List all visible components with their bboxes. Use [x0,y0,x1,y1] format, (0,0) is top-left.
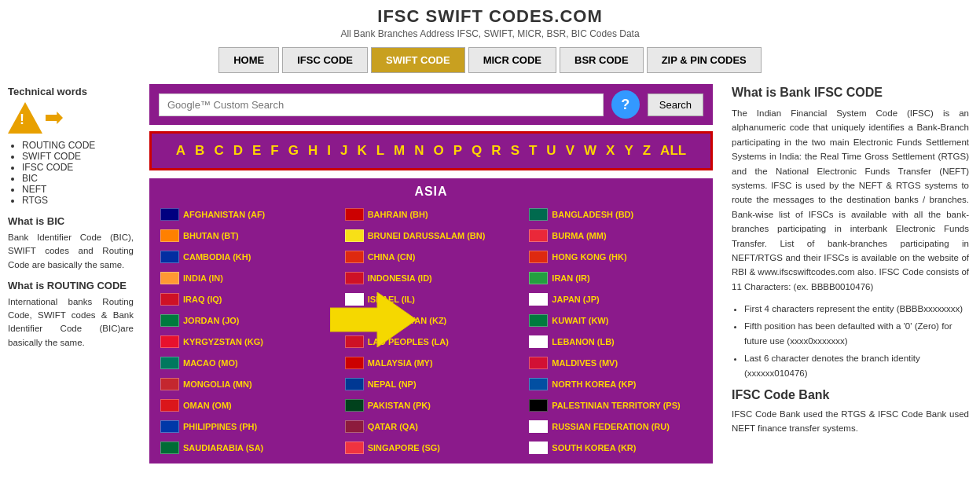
alpha-btn-a[interactable]: A [172,141,189,160]
country-item[interactable]: SOUTH KOREA (KR) [524,438,707,457]
country-name: LEBANON (LB) [552,337,614,346]
ifsc-text: The Indian Financial System Code (IFSC) … [732,106,969,294]
country-item[interactable]: NORTH KOREA (KP) [524,375,707,394]
alpha-btn-v[interactable]: V [562,141,578,160]
technical-item-neft: NEFT [22,184,134,195]
search-help-icon[interactable]: ? [611,90,640,119]
country-flag [160,442,179,454]
country-item[interactable]: INDONESIA (ID) [340,269,523,288]
nav-micr-code[interactable]: MICR CODE [468,47,556,73]
country-item[interactable]: BRUNEI DARUSSALAM (BN) [340,226,523,245]
country-name: IRAQ (IQ) [183,295,222,304]
country-flag [345,442,364,454]
country-item[interactable]: KUWAIT (KW) [524,311,707,330]
alpha-btn-q[interactable]: Q [468,141,486,160]
country-item[interactable]: MALDIVES (MV) [524,354,707,372]
nav-swift-code[interactable]: SWIFT CODE [371,47,465,73]
country-item[interactable]: JAPAN (JP) [524,290,707,309]
nav-home[interactable]: HOME [218,47,279,73]
ifsc-title: What is Bank IFSC CODE [732,86,969,100]
ifsc-bank-text: IFSC Code Bank used the RTGS & IFSC Code… [732,407,969,436]
warning-bang: ! [20,112,24,128]
country-flag [529,251,548,263]
country-item[interactable]: HONG KONG (HK) [524,247,707,266]
country-name: BANGLADESH (BD) [552,210,633,219]
search-bar: ? Search [149,84,713,125]
alpha-btn-t[interactable]: T [525,141,541,160]
yellow-arrow [330,292,417,350]
alpha-btn-all[interactable]: ALL [656,141,690,160]
alpha-btn-u[interactable]: U [542,141,560,160]
country-item[interactable]: IRAN (IR) [524,269,707,288]
nav-zip-pin[interactable]: ZIP & PIN CODES [647,47,762,73]
country-item[interactable]: OMAN (OM) [156,396,338,415]
alpha-btn-x[interactable]: X [602,141,618,160]
country-item[interactable]: AFGHANISTAN (AF) [156,205,338,224]
country-item[interactable]: QATAR (QA) [340,417,523,436]
warning-icon-container: ! [8,102,134,134]
alpha-btn-i[interactable]: I [323,141,335,160]
alpha-btn-s[interactable]: S [507,141,523,160]
country-item[interactable]: PHILIPPINES (PH) [156,417,338,436]
country-item[interactable]: MONGOLIA (MN) [156,375,338,394]
country-item[interactable]: KYRGYZSTAN (KG) [156,332,338,351]
alpha-btn-p[interactable]: P [450,141,466,160]
search-button[interactable]: Search [648,93,703,116]
technical-item-routing: ROUTING CODE [22,140,134,151]
country-item[interactable]: MALAYSIA (MY) [340,354,523,372]
country-item[interactable]: LEBANON (LB) [524,332,707,351]
country-item[interactable]: RUSSIAN FEDERATION (RU) [524,417,707,436]
alpha-btn-n[interactable]: N [410,141,428,160]
country-item[interactable]: BAHRAIN (BH) [340,205,523,224]
country-item[interactable]: NEPAL (NP) [340,375,523,394]
country-name: CHINA (CN) [368,252,416,262]
country-name: BHUTAN (BT) [183,231,239,240]
country-flag [345,208,364,221]
alpha-btn-j[interactable]: J [336,141,351,160]
alpha-btn-h[interactable]: H [304,141,321,160]
alpha-btn-d[interactable]: D [229,141,247,160]
country-item[interactable]: JORDAN (JO) [156,311,338,330]
country-flag [529,378,548,390]
country-item[interactable]: PAKISTAN (PK) [340,396,523,415]
country-name: INDIA (IN) [183,273,223,283]
country-item[interactable]: BURMA (MM) [524,226,707,245]
country-item[interactable]: CAMBODIA (KH) [156,247,338,266]
country-item[interactable]: IRAQ (IQ) [156,290,338,309]
country-name: QATAR (QA) [368,422,418,431]
alpha-btn-k[interactable]: K [353,141,370,160]
alpha-btn-c[interactable]: C [210,141,227,160]
alpha-btn-z[interactable]: Z [639,141,655,160]
nav-bsr-code[interactable]: BSR CODE [560,47,644,73]
country-item[interactable]: CHINA (CN) [340,247,523,266]
country-item[interactable]: SINGAPORE (SG) [340,438,523,457]
country-flag [345,378,364,390]
country-name: BAHRAIN (BH) [368,210,428,219]
country-name: CAMBODIA (KH) [183,252,251,262]
routing-text: International banks Routing Code, SWIFT … [8,295,134,350]
alpha-btn-o[interactable]: O [430,141,448,160]
country-flag [160,314,179,327]
alpha-btn-g[interactable]: G [284,141,303,160]
country-item[interactable]: PALESTINIAN TERRITORY (PS) [524,396,707,415]
bic-title: What is BIC [8,215,134,227]
nav-ifsc-code[interactable]: IFSC CODE [282,47,368,73]
country-item[interactable]: BHUTAN (BT) [156,226,338,245]
alpha-btn-r[interactable]: R [487,141,505,160]
technical-list: ROUTING CODE SWIFT CODE IFSC CODE BIC NE… [8,140,134,206]
site-subtitle: All Bank Branches Address IFSC, SWIFT, M… [0,28,980,39]
alpha-btn-w[interactable]: W [580,141,600,160]
country-item[interactable]: MACAO (MO) [156,354,338,372]
country-item[interactable]: BANGLADESH (BD) [524,205,707,224]
country-item[interactable]: INDIA (IN) [156,269,338,288]
search-input[interactable] [159,93,604,116]
alpha-btn-y[interactable]: Y [620,141,637,160]
alpha-btn-m[interactable]: M [390,141,409,160]
alpha-btn-l[interactable]: L [373,141,388,160]
alpha-btn-b[interactable]: B [191,141,208,160]
country-item[interactable]: SAUDIARABIA (SA) [156,438,338,457]
country-grid: AFGHANISTAN (AF)BAHRAIN (BH)BANGLADESH (… [156,205,707,457]
alpha-btn-e[interactable]: E [248,141,265,160]
alpha-btn-f[interactable]: F [266,141,282,160]
svg-marker-0 [330,292,417,347]
